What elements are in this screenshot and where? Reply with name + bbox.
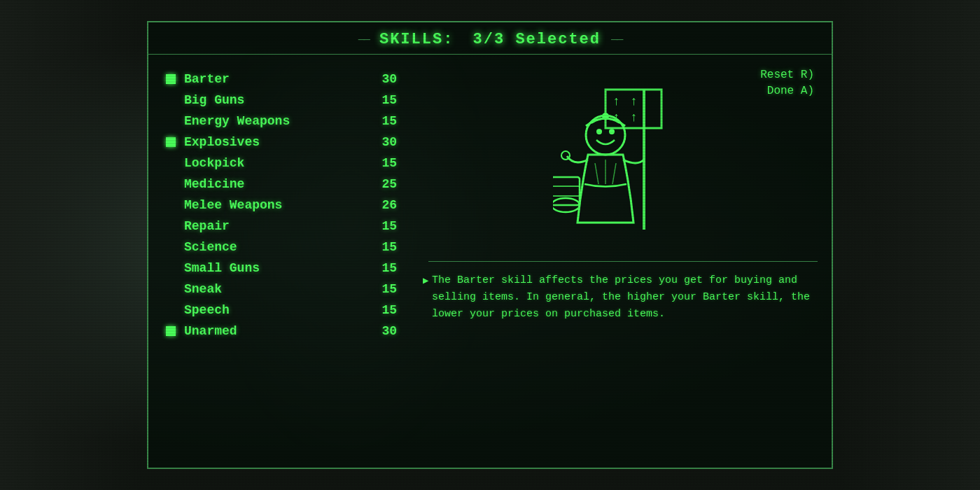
skill-value: 25 [372, 177, 397, 191]
skill-name: Barter [184, 72, 372, 86]
skill-bullet [166, 179, 176, 189]
skills-panel: SKILLS: 3/3 Selected Barter30Big Guns15E… [147, 21, 833, 469]
svg-text:↑: ↑ [612, 94, 620, 108]
skill-bullet [166, 263, 176, 273]
skill-name: Lockpick [184, 156, 372, 170]
skill-bullet [166, 137, 176, 147]
title-text: SKILLS: [379, 31, 454, 48]
panel-title: SKILLS: 3/3 Selected [379, 31, 601, 48]
skill-value: 15 [372, 219, 397, 233]
skill-value: 15 [372, 156, 397, 170]
background-left [0, 0, 140, 490]
cursor-indicator: ▶ [423, 274, 428, 286]
skill-bullet [166, 242, 176, 252]
description-area: ▶ The Barter skill affects the prices yo… [428, 261, 818, 451]
skill-value: 30 [372, 324, 397, 338]
skill-name: Explosives [184, 135, 372, 149]
skill-item[interactable]: Science15 [166, 237, 397, 258]
skill-item[interactable]: Lockpick15 [166, 153, 397, 174]
description-text: The Barter skill affects the prices you … [428, 272, 818, 323]
selected-count: 3/3 Selected [473, 31, 601, 48]
skill-value: 26 [372, 198, 397, 212]
skill-name: Melee Weapons [184, 198, 372, 212]
skill-bullet [166, 95, 176, 105]
svg-text:↑: ↑ [630, 111, 638, 125]
skill-name: Speech [184, 303, 372, 317]
skill-name: Repair [184, 219, 372, 233]
vault-boy-area: ↑ ↑ ↑ ↑ [428, 65, 818, 261]
vault-boy-icon: ↑ ↑ ↑ ↑ [553, 76, 693, 251]
panel-body: Barter30Big Guns15Energy Weapons15Explos… [148, 55, 832, 461]
skill-value: 15 [372, 261, 397, 275]
skill-item[interactable]: Repair15 [166, 216, 397, 237]
skill-value: 15 [372, 282, 397, 296]
skill-value: 15 [372, 114, 397, 128]
background-right [840, 0, 980, 490]
skill-name: Science [184, 240, 372, 254]
skill-name: Sneak [184, 282, 372, 296]
skill-value: 15 [372, 93, 397, 107]
svg-point-9 [602, 113, 609, 120]
skills-list: Barter30Big Guns15Energy Weapons15Explos… [148, 55, 414, 461]
skill-value: 30 [372, 72, 397, 86]
svg-text:↑: ↑ [630, 94, 638, 108]
skill-bullet [166, 326, 176, 336]
skill-bullet [166, 200, 176, 210]
skill-item[interactable]: Sneak15 [166, 279, 397, 300]
skill-name: Big Guns [184, 93, 372, 107]
panel-header: SKILLS: 3/3 Selected [148, 22, 832, 55]
skill-item[interactable]: Big Guns15 [166, 90, 397, 111]
skill-item[interactable]: Barter30 [166, 69, 397, 90]
skill-item[interactable]: Speech15 [166, 300, 397, 321]
skill-bullet [166, 305, 176, 315]
skill-bullet [166, 74, 176, 84]
skill-item[interactable]: Medicine25 [166, 174, 397, 195]
skill-item[interactable]: Explosives30 [166, 132, 397, 153]
skill-value: 30 [372, 135, 397, 149]
svg-point-8 [609, 129, 615, 134]
skill-item[interactable]: Energy Weapons15 [166, 111, 397, 132]
svg-point-10 [561, 151, 570, 160]
skill-name: Unarmed [184, 324, 372, 338]
skill-item[interactable]: Melee Weapons26 [166, 195, 397, 216]
skill-bullet [166, 284, 176, 294]
skill-detail: Reset R) Done A) ↑ ↑ ↑ ↑ [414, 55, 832, 461]
skill-value: 15 [372, 240, 397, 254]
skill-value: 15 [372, 303, 397, 317]
skill-bullet [166, 116, 176, 126]
skill-name: Small Guns [184, 261, 372, 275]
skill-bullet [166, 221, 176, 231]
svg-point-7 [596, 129, 602, 134]
skill-name: Energy Weapons [184, 114, 372, 128]
skill-item[interactable]: Small Guns15 [166, 258, 397, 279]
skill-bullet [166, 158, 176, 168]
skill-item[interactable]: Unarmed30 [166, 321, 397, 342]
skill-name: Medicine [184, 177, 372, 191]
